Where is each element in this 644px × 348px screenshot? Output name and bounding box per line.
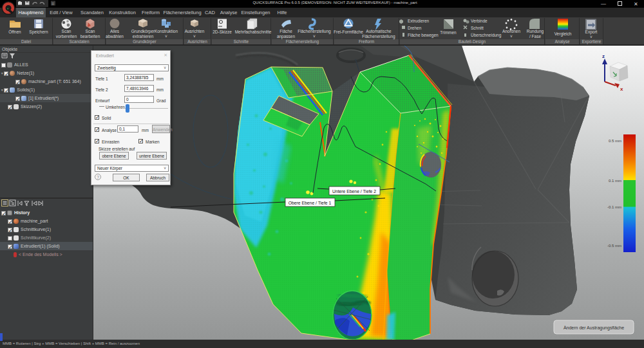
svg-text:≡: ≡ <box>52 2 55 6</box>
svg-text:vorbereiten: vorbereiten <box>56 34 77 39</box>
svg-text:Drehen: Drehen <box>408 26 422 30</box>
svg-text:2D-Skizze: 2D-Skizze <box>213 30 232 34</box>
svg-text:Ändern der Austragungsfläche: Ändern der Austragungsfläche <box>564 325 624 331</box>
svg-text:˅: ˅ <box>313 34 316 39</box>
svg-text:Alles: Alles <box>110 29 120 33</box>
svg-text:Trimmen: Trimmen <box>440 30 457 35</box>
svg-text:-0.1 mm: -0.1 mm <box>607 205 621 209</box>
svg-text:Obere Ebene / Tiefe 1: Obere Ebene / Tiefe 1 <box>289 201 332 205</box>
svg-text:Export: Export <box>585 30 598 35</box>
svg-text:Extrudieren: Extrudieren <box>408 19 430 23</box>
svg-text:abwählen: abwählen <box>106 34 124 39</box>
svg-text:Fläche: Fläche <box>279 29 292 33</box>
svg-text:Öffnen: Öffnen <box>8 30 21 34</box>
svg-text:anpassen: anpassen <box>277 34 296 39</box>
svg-text:Speichern: Speichern <box>29 30 48 35</box>
svg-text:Rundung: Rundung <box>527 29 544 34</box>
svg-text:bearbeiten: bearbeiten <box>80 34 100 39</box>
svg-text:Untere Ebene / Tiefe 2: Untere Ebene / Tiefe 2 <box>332 189 376 194</box>
svg-text:Fläche bewegen: Fläche bewegen <box>408 33 439 38</box>
svg-text:Flächenerstellung: Flächenerstellung <box>362 34 395 39</box>
svg-text:Konstruktion: Konstruktion <box>155 29 178 33</box>
svg-text:˅: ˅ <box>510 34 513 39</box>
svg-text:Frei-Formfläche: Frei-Formfläche <box>334 30 363 34</box>
svg-text:Vergleich: Vergleich <box>554 32 572 37</box>
svg-text:Scan: Scan <box>62 29 71 33</box>
svg-text:Mehrfachabschnitte: Mehrfachabschnitte <box>235 30 272 34</box>
svg-text:0.5 mm: 0.5 mm <box>609 139 621 143</box>
svg-text:0.1 mm: 0.1 mm <box>609 179 621 183</box>
svg-text:Verbinde: Verbinde <box>471 19 488 23</box>
svg-text:x: x <box>620 86 623 92</box>
svg-text:˅: ˅ <box>193 34 196 39</box>
svg-text:z: z <box>602 53 605 59</box>
svg-text:-0.5 mm: -0.5 mm <box>607 244 621 248</box>
svg-text:Grundkörper: Grundkörper <box>131 29 155 34</box>
svg-text:/ Fase: / Fase <box>529 34 541 39</box>
svg-text:Überschneidung: Überschneidung <box>471 33 502 38</box>
svg-text:Ausrichten: Ausrichten <box>185 29 205 33</box>
svg-text:˅: ˅ <box>165 34 167 39</box>
svg-text:Scan: Scan <box>86 29 95 33</box>
svg-text:Schnitt: Schnitt <box>471 26 484 30</box>
svg-text:˅: ˅ <box>590 35 592 39</box>
svg-text:Flächenerstellung: Flächenerstellung <box>298 29 331 34</box>
svg-text:extrahieren: extrahieren <box>133 34 154 39</box>
svg-text:Automatische: Automatische <box>366 29 392 33</box>
svg-text:Anordnen: Anordnen <box>502 29 521 33</box>
